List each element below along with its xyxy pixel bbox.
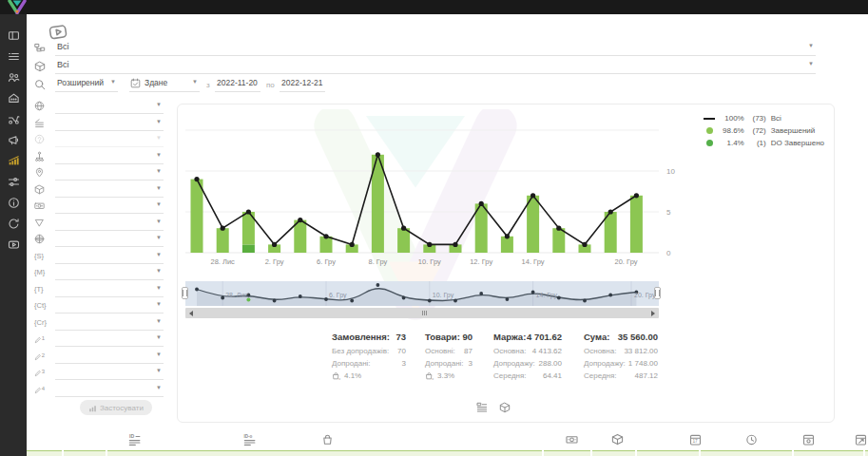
date-created-column-icon[interactable]: 17 bbox=[689, 433, 702, 446]
filter-select[interactable]: ▼ bbox=[55, 384, 164, 397]
legend-item[interactable]: 1.4% (1) DO Завершено bbox=[704, 137, 824, 149]
filter-select[interactable]: ▼ bbox=[55, 351, 164, 364]
table-cell[interactable] bbox=[27, 450, 62, 456]
chevron-down-icon[interactable]: ▼ bbox=[808, 43, 814, 48]
app-logo-icon[interactable] bbox=[6, 0, 29, 14]
filter-select[interactable]: ▼ bbox=[55, 118, 164, 131]
sidebar-item-dashboard[interactable] bbox=[0, 25, 27, 46]
apply-button[interactable]: Застосувати bbox=[80, 400, 152, 415]
table-cell[interactable] bbox=[701, 450, 792, 456]
table-cell[interactable] bbox=[794, 450, 863, 456]
date-field-value: Здане bbox=[145, 78, 167, 87]
list-view-icon[interactable] bbox=[476, 402, 488, 413]
tutorial-video-icon[interactable] bbox=[47, 21, 70, 42]
scroll-right-icon[interactable] bbox=[651, 311, 655, 316]
order-id-column-icon[interactable]: ID bbox=[128, 433, 141, 446]
sidebar-item-analytics[interactable] bbox=[0, 150, 27, 171]
braces-label: {M} bbox=[34, 267, 45, 277]
filter-select[interactable]: ▼ bbox=[55, 151, 164, 164]
filter-select[interactable]: ▼ bbox=[55, 300, 164, 314]
braces-label: {T} bbox=[34, 284, 45, 294]
chevron-down-icon[interactable]: ▼ bbox=[156, 119, 162, 124]
chevron-down-icon[interactable]: ▼ bbox=[156, 318, 162, 324]
range-navigator[interactable]: 28. Лис6. Гру10. Гру14. Гру20. Гру bbox=[185, 281, 659, 306]
filter-select[interactable]: ▼ bbox=[55, 251, 164, 264]
table-cell[interactable] bbox=[637, 450, 699, 456]
time-column-icon[interactable] bbox=[745, 433, 758, 446]
filter-select[interactable]: ▼ bbox=[55, 284, 164, 297]
chevron-down-icon[interactable]: ▼ bbox=[156, 352, 162, 357]
chevron-down-icon[interactable]: ▼ bbox=[156, 135, 162, 141]
sidebar-item-delivery[interactable] bbox=[0, 108, 27, 129]
legend-item[interactable]: 98.6% (72) Завершений bbox=[704, 124, 824, 137]
products-view-icon[interactable] bbox=[499, 402, 511, 413]
chevron-down-icon[interactable]: ▼ bbox=[808, 61, 814, 66]
chevron-down-icon[interactable]: ▼ bbox=[156, 368, 162, 373]
sidebar-item-announcements[interactable] bbox=[0, 129, 27, 150]
source-select[interactable]: Всі ▼ bbox=[55, 42, 816, 56]
chart-mini-icon bbox=[88, 404, 97, 412]
filter-select[interactable]: ▼ bbox=[55, 218, 164, 231]
chevron-down-icon[interactable]: ▼ bbox=[156, 168, 162, 174]
filter-select[interactable]: ▼ bbox=[55, 134, 164, 147]
items-column-icon[interactable] bbox=[321, 433, 334, 446]
analytics-page: Всі ▼ Всі ▼ Розширений ▼ Здане ▼ з 2022-… bbox=[0, 0, 868, 456]
table-cell[interactable] bbox=[107, 450, 542, 456]
date-export-column-icon[interactable] bbox=[855, 433, 867, 446]
filter-select[interactable]: ▼ bbox=[55, 200, 164, 214]
sidebar-item-sync[interactable] bbox=[0, 213, 27, 234]
sidebar-item-automation[interactable] bbox=[0, 171, 27, 192]
date-due-column-icon[interactable] bbox=[802, 433, 815, 446]
date-to-input[interactable]: 2022-12-21 bbox=[280, 78, 325, 92]
payment-column-icon[interactable] bbox=[566, 433, 578, 446]
filter-select[interactable]: ▼ bbox=[55, 367, 164, 380]
date-from-input[interactable]: 2022-11-20 bbox=[215, 78, 260, 92]
navigator-left-handle[interactable] bbox=[182, 287, 188, 299]
chart-scrollbar[interactable] bbox=[185, 308, 659, 318]
filter-select[interactable]: ▼ bbox=[55, 267, 164, 280]
table-cell[interactable] bbox=[64, 450, 106, 456]
products-column-icon[interactable] bbox=[611, 433, 624, 446]
svg-text:20. Гру: 20. Гру bbox=[634, 292, 656, 299]
table-cell[interactable] bbox=[592, 450, 635, 456]
filter-select[interactable]: ▼ bbox=[55, 184, 164, 198]
filter-select[interactable]: ▼ bbox=[55, 167, 164, 180]
chevron-down-icon[interactable]: ▼ bbox=[156, 201, 162, 207]
chevron-down-icon[interactable]: ▼ bbox=[156, 385, 162, 390]
table-cell[interactable] bbox=[544, 450, 590, 456]
product-select[interactable]: Всі ▼ bbox=[55, 60, 816, 74]
scroll-left-icon[interactable] bbox=[189, 311, 193, 316]
sidebar-item-video-help[interactable] bbox=[0, 234, 27, 255]
chevron-down-icon[interactable]: ▼ bbox=[156, 268, 162, 274]
navigator-right-handle[interactable] bbox=[654, 287, 661, 299]
chevron-down-icon[interactable]: ▼ bbox=[192, 79, 198, 85]
scroll-grip[interactable] bbox=[422, 311, 427, 315]
sidebar-item-orders[interactable] bbox=[0, 46, 27, 66]
chevron-down-icon[interactable]: ▼ bbox=[156, 285, 162, 291]
calendar-check-icon bbox=[130, 78, 141, 88]
chevron-down-icon[interactable]: ▼ bbox=[156, 301, 162, 307]
external-id-column-icon[interactable]: ID-o bbox=[243, 433, 256, 446]
filter-row-pencil3: 3▼ bbox=[30, 367, 164, 381]
date-field-select[interactable]: Здане ▼ bbox=[129, 78, 200, 92]
chevron-down-icon[interactable]: ▼ bbox=[156, 252, 162, 257]
chevron-down-icon[interactable]: ▼ bbox=[156, 235, 162, 240]
filter-select[interactable]: ▼ bbox=[55, 234, 164, 247]
chevron-down-icon[interactable]: ▼ bbox=[156, 218, 162, 224]
filter-select[interactable]: ▼ bbox=[55, 101, 164, 114]
chevron-down-icon[interactable]: ▼ bbox=[156, 152, 162, 158]
date-from-label: з bbox=[206, 81, 210, 89]
chevron-down-icon[interactable]: ▼ bbox=[156, 185, 162, 191]
sidebar-item-info[interactable] bbox=[0, 192, 27, 213]
legend-item[interactable]: 100% (73) Всі bbox=[704, 112, 824, 124]
chevron-down-icon[interactable]: ▼ bbox=[156, 334, 162, 340]
sidebar-item-store[interactable] bbox=[0, 87, 27, 108]
main-chart[interactable]: 051028. Лис2. Гру6. Гру8. Гру10. Гру12. … bbox=[185, 122, 682, 274]
filter-select[interactable]: ▼ bbox=[55, 317, 164, 331]
filter-select[interactable]: ▼ bbox=[55, 333, 164, 347]
chevron-down-icon[interactable]: ▼ bbox=[110, 79, 116, 85]
stat-row: Середня:64.41 bbox=[493, 370, 562, 382]
sidebar-item-customers[interactable] bbox=[0, 66, 27, 87]
chevron-down-icon[interactable]: ▼ bbox=[156, 102, 162, 107]
search-mode-select[interactable]: Розширений ▼ bbox=[55, 78, 118, 92]
